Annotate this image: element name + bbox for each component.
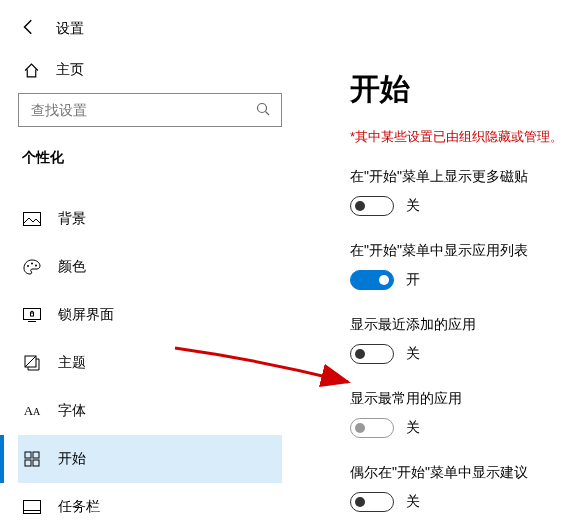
toggle-most-used	[350, 418, 394, 438]
sidebar-item-taskbar[interactable]: 任务栏	[18, 483, 282, 531]
svg-line-1	[265, 111, 269, 115]
setting-app-list: 在"开始"菜单中显示应用列表 开	[350, 242, 563, 290]
sidebar-item-themes[interactable]: 主题	[18, 339, 282, 387]
header-title: 设置	[56, 20, 84, 38]
sidebar-item-label: 背景	[58, 210, 86, 228]
toggle-state: 关	[406, 345, 420, 363]
palette-icon	[22, 259, 42, 275]
svg-rect-11	[33, 452, 39, 458]
setting-label: 在"开始"菜单上显示更多磁贴	[350, 168, 563, 186]
toggle-state: 关	[406, 419, 420, 437]
sidebar-item-colors[interactable]: 颜色	[18, 243, 282, 291]
sidebar-item-label: 锁屏界面	[58, 306, 114, 324]
setting-label: 在"开始"菜单中显示应用列表	[350, 242, 563, 260]
sidebar-item-lockscreen[interactable]: 锁屏界面	[18, 291, 282, 339]
sidebar-item-label: 颜色	[58, 258, 86, 276]
toggle-state: 关	[406, 197, 420, 215]
home-icon	[22, 62, 40, 79]
svg-rect-12	[25, 460, 31, 466]
search-input[interactable]	[29, 101, 255, 119]
themes-icon	[22, 355, 42, 371]
toggle-recent-apps[interactable]	[350, 344, 394, 364]
back-icon[interactable]	[20, 18, 38, 39]
svg-rect-10	[25, 452, 31, 458]
setting-label: 显示最近添加的应用	[350, 316, 563, 334]
svg-point-3	[27, 265, 29, 267]
sidebar-item-label: 主页	[56, 61, 84, 79]
policy-warning: *其中某些设置已由组织隐藏或管理。	[350, 128, 563, 146]
svg-rect-6	[24, 309, 41, 320]
svg-rect-14	[24, 501, 41, 514]
svg-rect-2	[24, 213, 41, 226]
sidebar: 主页 个性化 背景 颜色	[0, 49, 300, 532]
sidebar-item-background[interactable]: 背景	[18, 195, 282, 243]
sidebar-item-label: 开始	[58, 450, 86, 468]
toggle-app-list[interactable]	[350, 270, 394, 290]
page-title: 开始	[350, 69, 563, 110]
setting-recent-apps: 显示最近添加的应用 关	[350, 316, 563, 364]
svg-rect-13	[33, 460, 39, 466]
main-panel: 开始 *其中某些设置已由组织隐藏或管理。 在"开始"菜单上显示更多磁贴 关 在"…	[300, 49, 563, 532]
taskbar-icon	[22, 500, 42, 514]
svg-point-5	[35, 265, 37, 267]
setting-most-used: 显示最常用的应用 关	[350, 390, 563, 438]
sidebar-item-label: 任务栏	[58, 498, 100, 516]
svg-point-0	[257, 103, 266, 112]
sidebar-item-start[interactable]: 开始	[18, 435, 282, 483]
toggle-state: 关	[406, 493, 420, 511]
toggle-state: 开	[406, 271, 420, 289]
image-icon	[22, 212, 42, 226]
setting-label: 显示最常用的应用	[350, 390, 563, 408]
search-icon	[255, 101, 271, 120]
setting-suggestions: 偶尔在"开始"菜单中显示建议 关	[350, 464, 563, 512]
sidebar-item-label: 主题	[58, 354, 86, 372]
lockscreen-icon	[22, 308, 42, 322]
setting-label: 偶尔在"开始"菜单中显示建议	[350, 464, 563, 482]
window-header: 设置	[0, 0, 563, 49]
sidebar-item-label: 字体	[58, 402, 86, 420]
sidebar-item-home[interactable]: 主页	[18, 49, 282, 93]
setting-more-tiles: 在"开始"菜单上显示更多磁贴 关	[350, 168, 563, 216]
search-box[interactable]	[18, 93, 282, 127]
svg-point-4	[31, 263, 33, 265]
toggle-suggestions[interactable]	[350, 492, 394, 512]
sidebar-item-fonts[interactable]: AA 字体	[18, 387, 282, 435]
toggle-more-tiles[interactable]	[350, 196, 394, 216]
start-icon	[22, 451, 42, 467]
sidebar-section-label: 个性化	[18, 149, 282, 167]
fonts-icon: AA	[22, 403, 42, 419]
svg-rect-8	[31, 313, 34, 316]
